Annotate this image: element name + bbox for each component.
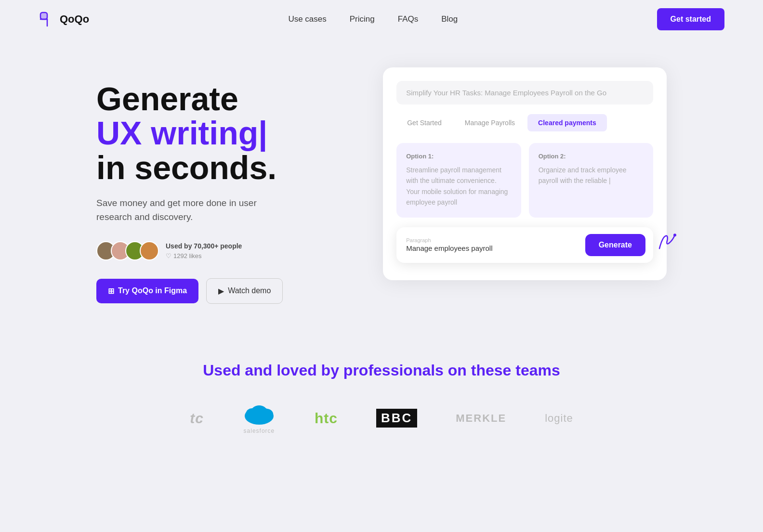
- logos-row: tc salesforce htc BBC MERKLE logite: [39, 402, 724, 434]
- mockup-tabs: Get Started Manage Payrolls Cleared paym…: [396, 114, 653, 131]
- tab-get-started[interactable]: Get Started: [396, 114, 452, 131]
- logo-tc: tc: [190, 410, 204, 427]
- avatar-group: [96, 241, 159, 260]
- svg-rect-1: [40, 13, 47, 19]
- option-2: Option 2: Organize and track employee pa…: [529, 143, 653, 218]
- social-text: Used by 70,300+ people ♡ 1292 likes: [166, 241, 242, 261]
- nav-item-faqs[interactable]: FAQs: [398, 14, 419, 24]
- nav-item-use-cases[interactable]: Use cases: [288, 14, 326, 24]
- logo-merkle: MERKLE: [456, 412, 506, 425]
- try-figma-button[interactable]: ⊞ Try QoQo in Figma: [96, 279, 198, 303]
- hero-actions: ⊞ Try QoQo in Figma ▶ Watch demo: [96, 278, 354, 304]
- logo-salesforce: salesforce: [242, 402, 276, 434]
- hero-subtitle: Save money and get more done in user res…: [96, 196, 279, 224]
- hero-right: Simplify Your HR Tasks: Manage Employees…: [383, 67, 667, 280]
- hero-title: Generate UX writing| in seconds.: [96, 82, 354, 185]
- hero-section: Generate UX writing| in seconds. Save mo…: [0, 39, 763, 323]
- logo-icon: [39, 11, 56, 28]
- generate-button[interactable]: Generate: [585, 234, 645, 256]
- svg-point-3: [673, 234, 676, 236]
- tab-cleared-payments[interactable]: Cleared payments: [527, 114, 607, 131]
- svg-point-7: [251, 405, 267, 417]
- navbar: QoQo Use cases Pricing FAQs Blog Get sta…: [0, 0, 763, 39]
- option-1: Option 1: Streamline payroll management …: [396, 143, 521, 218]
- logo[interactable]: QoQo: [39, 11, 89, 28]
- trusted-section: Used and loved by professionals on these…: [0, 323, 763, 454]
- social-proof: Used by 70,300+ people ♡ 1292 likes: [96, 241, 354, 261]
- nav-item-pricing[interactable]: Pricing: [350, 14, 375, 24]
- heart-icon: ♡: [166, 251, 171, 261]
- figma-icon: ⊞: [108, 286, 114, 296]
- logo-logite: logite: [545, 412, 573, 425]
- hero-left: Generate UX writing| in seconds. Save mo…: [96, 67, 354, 304]
- logo-htc: htc: [315, 410, 338, 427]
- mockup-options: Option 1: Streamline payroll management …: [396, 143, 653, 218]
- avatar: [140, 241, 159, 260]
- mockup-card: Simplify Your HR Tasks: Manage Employees…: [383, 67, 667, 280]
- get-started-button[interactable]: Get started: [657, 8, 724, 30]
- trusted-title: Used and loved by professionals on these…: [39, 362, 724, 379]
- logo-bbc: BBC: [376, 409, 417, 428]
- generate-input-wrap: Paragraph Manage employees payroll: [406, 237, 579, 252]
- nav-links: Use cases Pricing FAQs Blog: [288, 14, 458, 24]
- mockup-search-bar: Simplify Your HR Tasks: Manage Employees…: [396, 81, 653, 104]
- squiggle-decoration: [655, 228, 680, 256]
- generate-row: Paragraph Manage employees payroll Gener…: [396, 227, 653, 263]
- play-icon: ▶: [218, 286, 224, 296]
- nav-item-blog[interactable]: Blog: [441, 14, 458, 24]
- watch-demo-button[interactable]: ▶ Watch demo: [206, 278, 283, 304]
- tab-manage-payrolls[interactable]: Manage Payrolls: [454, 114, 526, 131]
